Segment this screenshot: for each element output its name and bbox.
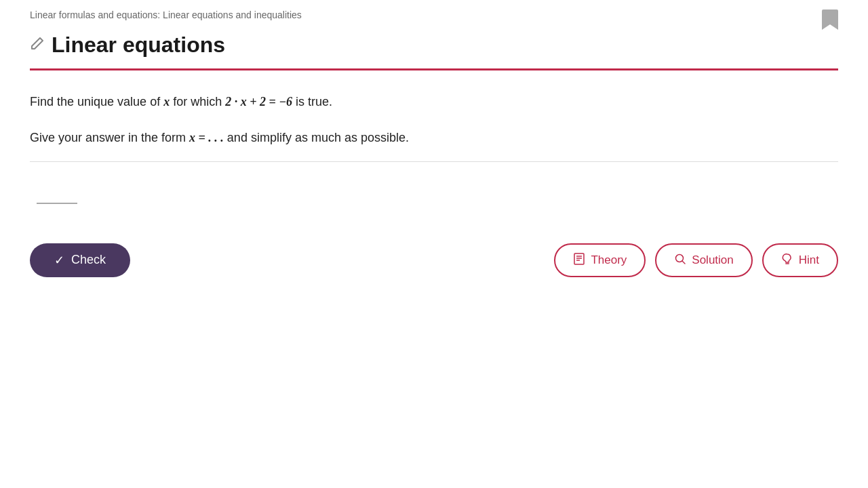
- bookmark-icon[interactable]: [822, 9, 838, 35]
- hint-icon: [781, 253, 793, 268]
- check-button[interactable]: ✓ Check: [30, 243, 130, 277]
- answer-input[interactable]: [37, 188, 77, 204]
- hint-button[interactable]: Hint: [762, 243, 838, 277]
- input-divider: [30, 161, 838, 162]
- check-label: Check: [71, 253, 106, 267]
- solution-button[interactable]: Solution: [655, 243, 752, 277]
- content-area: Find the unique value of x for which 2 ·…: [0, 70, 868, 277]
- solution-icon: [674, 253, 686, 268]
- actions-row: ✓ Check Theory: [30, 243, 838, 277]
- page-header: Linear equations: [0, 27, 868, 58]
- helper-buttons: Theory Solution Hint: [554, 243, 838, 277]
- pencil-icon: [30, 36, 45, 55]
- answer-input-wrapper[interactable]: [37, 188, 77, 204]
- breadcrumb: Linear formulas and equations: Linear eq…: [0, 0, 868, 27]
- theory-label: Theory: [591, 253, 627, 267]
- answer-area: [30, 181, 838, 222]
- svg-rect-0: [574, 253, 584, 264]
- solution-label: Solution: [692, 253, 733, 267]
- theory-icon: [573, 253, 585, 268]
- hint-label: Hint: [799, 253, 819, 267]
- problem-line-1: Find the unique value of x for which 2 ·…: [30, 92, 838, 112]
- page-title: Linear equations: [52, 33, 225, 58]
- problem-line-2: Give your answer in the form x = . . . a…: [30, 128, 838, 148]
- theory-button[interactable]: Theory: [554, 243, 646, 277]
- check-icon: ✓: [54, 253, 64, 268]
- svg-line-5: [682, 261, 685, 264]
